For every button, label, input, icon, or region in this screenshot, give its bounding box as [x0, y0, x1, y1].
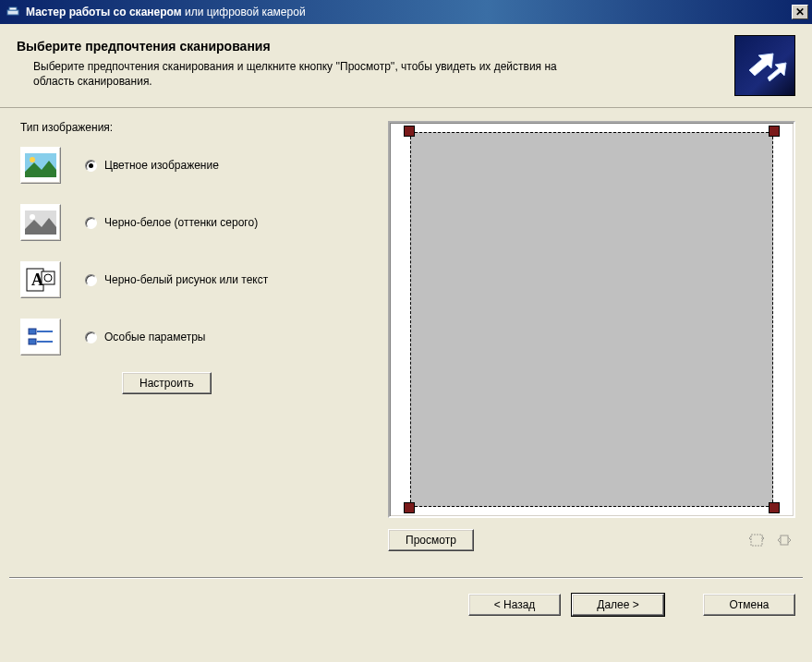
configure-button[interactable]: Настроить [122, 372, 212, 394]
crop-handle-top-right[interactable] [769, 126, 780, 137]
preview-panel: Просмотр [388, 121, 795, 551]
next-button[interactable]: Далее > [572, 594, 664, 616]
svg-rect-12 [29, 339, 36, 344]
crop-handle-bottom-right[interactable] [769, 502, 780, 513]
radio-grayscale[interactable]: Черно-белое (оттенки серого) [85, 216, 258, 229]
image-type-label: Тип изображения: [20, 121, 371, 134]
custom-settings-icon[interactable] [20, 319, 61, 355]
option-color: Цветное изображение [20, 147, 371, 184]
scanner-wizard-icon [734, 35, 795, 96]
fit-to-window-icon[interactable] [745, 530, 768, 550]
crop-handle-top-left[interactable] [404, 126, 415, 137]
close-button[interactable]: ✕ [792, 5, 808, 19]
svg-rect-14 [751, 535, 762, 546]
preview-area[interactable] [388, 121, 795, 518]
title-bar: Мастер работы со сканером или цифровой к… [0, 0, 812, 24]
svg-point-3 [30, 157, 35, 162]
wizard-footer: < Назад Далее > Отмена [0, 579, 812, 631]
crop-handle-bottom-left[interactable] [404, 502, 415, 513]
svg-point-5 [30, 214, 35, 220]
radio-bw-text[interactable]: Черно-белый рисунок или текст [85, 273, 268, 286]
radio-dot-icon [85, 160, 97, 172]
bw-text-icon[interactable]: A [20, 261, 61, 298]
radio-dot-icon [85, 331, 97, 343]
option-custom: Особые параметры [20, 319, 371, 355]
radio-dot-icon [85, 274, 97, 286]
radio-label: Особые параметры [104, 331, 206, 343]
actual-size-icon[interactable] [773, 530, 795, 550]
svg-rect-10 [29, 329, 36, 334]
radio-label: Цветное изображение [104, 159, 219, 172]
svg-rect-0 [7, 10, 18, 15]
page-title: Выберите предпочтения сканирования [17, 39, 723, 54]
back-button[interactable]: < Назад [468, 594, 561, 616]
svg-rect-1 [9, 7, 17, 10]
option-grayscale: Черно-белое (оттенки серого) [20, 204, 371, 241]
preview-button[interactable]: Просмотр [388, 529, 474, 551]
scan-region[interactable] [410, 132, 773, 507]
radio-custom[interactable]: Особые параметры [85, 331, 206, 343]
close-icon: ✕ [795, 6, 805, 18]
image-type-panel: Тип изображения: Цветное изображение Чер… [20, 121, 371, 551]
cancel-button[interactable]: Отмена [703, 594, 795, 616]
app-icon [6, 5, 20, 19]
radio-label: Черно-белый рисунок или текст [104, 273, 268, 286]
radio-color[interactable]: Цветное изображение [85, 159, 219, 172]
svg-rect-8 [42, 271, 55, 284]
radio-label: Черно-белое (оттенки серого) [104, 216, 258, 229]
page-description: Выберите предпочтения сканирования и щел… [17, 59, 589, 89]
radio-dot-icon [85, 217, 97, 229]
svg-rect-15 [781, 536, 788, 545]
window-title: Мастер работы со сканером или цифровой к… [26, 6, 306, 18]
option-bw-text: A Черно-белый рисунок или текст [20, 261, 371, 298]
wizard-content: Выберите предпочтения сканирования Выбер… [0, 24, 812, 631]
grayscale-photo-icon[interactable] [20, 204, 61, 241]
color-photo-icon[interactable] [20, 147, 61, 184]
wizard-header: Выберите предпочтения сканирования Выбер… [0, 24, 812, 108]
